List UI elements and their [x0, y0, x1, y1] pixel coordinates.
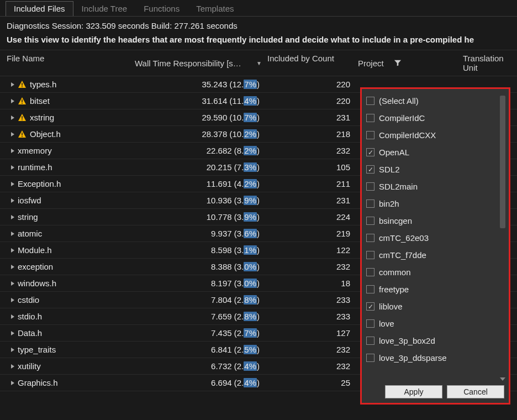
- wall-time-value: 22.682 (8.2%): [135, 146, 265, 155]
- wall-time-value: 6.841 (2.5%): [135, 345, 265, 354]
- filter-option-label: SDL2: [379, 165, 400, 174]
- filter-option[interactable]: CompilerIdC: [366, 109, 507, 127]
- tab-include-tree[interactable]: Include Tree: [73, 1, 136, 16]
- svg-rect-1: [22, 86, 23, 87]
- wall-time-value: 8.388 (3.0%): [135, 262, 265, 271]
- checkbox[interactable]: [366, 148, 374, 156]
- apply-button[interactable]: Apply: [385, 385, 442, 398]
- svg-rect-0: [22, 83, 23, 86]
- filter-option-label: (Select All): [379, 96, 419, 106]
- checkbox[interactable]: [366, 200, 374, 208]
- checkbox[interactable]: [366, 251, 374, 259]
- expand-icon[interactable]: [11, 348, 14, 352]
- expand-icon[interactable]: [11, 265, 14, 269]
- checkbox[interactable]: [366, 337, 374, 345]
- file-name: exception: [18, 262, 53, 271]
- expand-icon[interactable]: [11, 232, 14, 236]
- file-name: types.h: [30, 80, 56, 89]
- filter-option[interactable]: SDL2: [366, 161, 507, 178]
- expand-icon[interactable]: [11, 82, 14, 87]
- included-count: 219: [265, 229, 356, 238]
- expand-icon[interactable]: [11, 281, 14, 286]
- checkbox[interactable]: [366, 131, 374, 139]
- col-header-file[interactable]: File Name: [0, 54, 135, 72]
- tab-functions[interactable]: Functions: [135, 1, 188, 16]
- sort-desc-icon: ▼: [256, 60, 262, 66]
- expand-icon[interactable]: [11, 215, 14, 219]
- filter-option[interactable]: love_3p_ddsparse: [366, 349, 507, 366]
- cancel-button[interactable]: Cancel: [447, 385, 504, 398]
- filter-option-label: cmTC_62e03: [379, 233, 429, 243]
- expand-icon[interactable]: [11, 248, 14, 253]
- filter-option[interactable]: (Select All): [366, 92, 507, 109]
- file-name: Data.h: [18, 328, 42, 338]
- filter-option[interactable]: bsincgen: [366, 212, 507, 229]
- wall-time-value: 6.732 (2.4%): [135, 361, 265, 371]
- included-count: 220: [265, 80, 356, 89]
- filter-option[interactable]: love_3p_box2d: [366, 332, 507, 349]
- expand-icon[interactable]: [11, 198, 14, 203]
- tab-included-files[interactable]: Included Files: [6, 1, 73, 16]
- filter-option-label: OpenAL: [379, 148, 409, 157]
- checkbox[interactable]: [366, 319, 374, 328]
- svg-rect-7: [22, 136, 23, 137]
- filter-option[interactable]: cmTC_62e03: [366, 229, 507, 246]
- filter-option-label: bin2h: [379, 199, 399, 208]
- filter-option[interactable]: CompilerIdCXX: [366, 127, 507, 144]
- col-header-wall-label: Wall Time Responsibility [s…: [135, 59, 241, 68]
- checkbox[interactable]: [366, 234, 374, 242]
- filter-list: (Select All)CompilerIdCCompilerIdCXXOpen…: [366, 92, 507, 382]
- expand-icon[interactable]: [11, 314, 14, 319]
- warning-icon: [18, 113, 27, 122]
- checkbox[interactable]: [366, 302, 374, 311]
- checkbox[interactable]: [366, 354, 374, 362]
- filter-option[interactable]: SDL2main: [366, 178, 507, 195]
- col-header-project[interactable]: Project: [356, 54, 461, 72]
- col-header-wall[interactable]: Wall Time Responsibility [s… ▼: [135, 54, 265, 72]
- checkbox[interactable]: [366, 285, 374, 293]
- included-count: 211: [265, 179, 356, 188]
- expand-icon[interactable]: [11, 331, 14, 335]
- expand-icon[interactable]: [11, 298, 14, 302]
- filter-option[interactable]: liblove: [366, 298, 507, 315]
- included-count: 224: [265, 212, 356, 222]
- file-name: Module.h: [18, 245, 52, 255]
- expand-icon[interactable]: [11, 99, 14, 103]
- filter-option[interactable]: love: [366, 315, 507, 332]
- filter-option-label: love_3p_box2d: [379, 336, 435, 345]
- wall-time-value: 20.215 (7.3%): [135, 162, 265, 172]
- checkbox[interactable]: [366, 97, 374, 105]
- included-count: 232: [265, 361, 356, 371]
- expand-icon[interactable]: [11, 132, 14, 136]
- expand-icon[interactable]: [11, 381, 14, 385]
- wall-time-value: 9.937 (3.6%): [135, 229, 265, 238]
- filter-option-label: bsincgen: [379, 216, 412, 225]
- svg-rect-5: [22, 119, 23, 120]
- filter-option[interactable]: common: [366, 264, 507, 281]
- expand-icon[interactable]: [11, 165, 14, 170]
- checkbox[interactable]: [366, 165, 374, 174]
- expand-icon[interactable]: [11, 182, 14, 186]
- filter-option[interactable]: cmTC_f7dde: [366, 246, 507, 264]
- col-header-tu[interactable]: Translation Unit: [461, 54, 517, 72]
- checkbox[interactable]: [366, 114, 374, 122]
- file-name: windows.h: [18, 279, 56, 288]
- checkbox[interactable]: [366, 182, 374, 191]
- file-name: Exception.h: [18, 179, 61, 188]
- included-count: 122: [265, 245, 356, 255]
- checkbox[interactable]: [366, 217, 374, 225]
- filter-option[interactable]: OpenAL: [366, 144, 507, 161]
- tab-templates[interactable]: Templates: [188, 1, 242, 16]
- filter-option[interactable]: bin2h: [366, 195, 507, 212]
- included-count: 232: [265, 146, 356, 155]
- col-header-project-label: Project: [358, 59, 384, 68]
- filter-icon[interactable]: [394, 59, 402, 67]
- col-header-count[interactable]: Included by Count: [265, 54, 356, 72]
- expand-icon[interactable]: [11, 364, 14, 369]
- filter-option[interactable]: freetype: [366, 281, 507, 298]
- scroll-down-icon[interactable]: [500, 377, 505, 381]
- expand-icon[interactable]: [11, 149, 14, 153]
- checkbox[interactable]: [366, 268, 374, 276]
- expand-icon[interactable]: [11, 116, 14, 120]
- filter-scrollbar[interactable]: [500, 96, 505, 228]
